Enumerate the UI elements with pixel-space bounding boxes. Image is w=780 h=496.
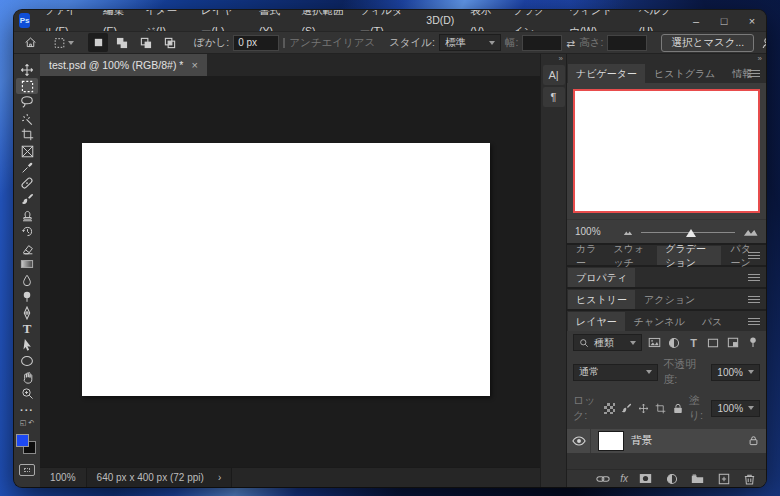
- dodge-tool-icon[interactable]: [16, 289, 38, 305]
- add-to-selection-icon[interactable]: [112, 33, 132, 52]
- zoom-in-icon[interactable]: [743, 226, 758, 237]
- filter-type-icon[interactable]: T: [686, 335, 701, 351]
- navigator-zoom-value[interactable]: 100%: [575, 226, 615, 237]
- frame-tool-icon[interactable]: [16, 143, 38, 159]
- zoom-tool-icon[interactable]: [16, 386, 38, 402]
- spot-healing-brush-tool-icon[interactable]: [16, 175, 38, 191]
- status-zoom-level[interactable]: 100%: [40, 472, 86, 483]
- photoshop-logo-icon[interactable]: Ps: [19, 13, 30, 28]
- panel-menu-icon[interactable]: [748, 252, 760, 259]
- panel-menu-icon[interactable]: [748, 318, 760, 325]
- foreground-color-swatch[interactable]: [16, 434, 29, 447]
- panel-menu-icon[interactable]: [748, 274, 760, 281]
- eyedropper-tool-icon[interactable]: [16, 159, 38, 175]
- tab-gradients[interactable]: グラデーション: [657, 246, 721, 265]
- edit-toolbar-icon[interactable]: ···: [16, 402, 38, 418]
- rectangular-marquee-tool-icon[interactable]: [16, 78, 38, 94]
- new-group-icon[interactable]: [689, 471, 706, 487]
- screen-mode-icon[interactable]: [19, 464, 35, 476]
- layer-style-icon[interactable]: fx: [620, 473, 628, 484]
- layer-thumbnail[interactable]: [598, 431, 624, 451]
- clone-stamp-tool-icon[interactable]: [16, 208, 38, 224]
- document-size-field[interactable]: 640 px x 400 px (72 ppi) ›: [86, 468, 233, 488]
- canvas[interactable]: [82, 143, 490, 396]
- tab-paths[interactable]: パス: [694, 312, 730, 331]
- ellipse-tool-icon[interactable]: [16, 353, 38, 369]
- style-dropdown[interactable]: 標準: [439, 34, 501, 51]
- tab-color[interactable]: カラー: [568, 246, 605, 265]
- status-chevron-icon[interactable]: ›: [218, 472, 221, 483]
- character-panel-icon[interactable]: A|: [543, 65, 565, 85]
- filter-smart-object-icon[interactable]: [726, 335, 741, 351]
- new-adjustment-layer-icon[interactable]: [663, 471, 680, 487]
- brush-tool-icon[interactable]: [16, 192, 38, 208]
- link-layers-icon[interactable]: [594, 471, 611, 487]
- new-selection-icon[interactable]: [88, 33, 108, 52]
- layer-name[interactable]: 背景: [631, 434, 749, 448]
- hand-tool-icon[interactable]: [16, 370, 38, 386]
- layer-row-background[interactable]: 背景: [567, 429, 766, 453]
- path-selection-tool-icon[interactable]: [16, 337, 38, 353]
- height-input[interactable]: [607, 35, 647, 51]
- pen-tool-icon[interactable]: [16, 305, 38, 321]
- zoom-out-icon[interactable]: [623, 228, 633, 236]
- tab-channels[interactable]: チャンネル: [626, 312, 693, 331]
- lasso-tool-icon[interactable]: [16, 94, 38, 110]
- tab-layers[interactable]: レイヤー: [568, 312, 625, 331]
- navigator-preview[interactable]: [573, 89, 760, 213]
- menu-3d[interactable]: 3D(D): [418, 10, 462, 31]
- lock-position-icon[interactable]: [638, 400, 650, 416]
- paragraph-panel-icon[interactable]: ¶: [543, 87, 565, 107]
- panel-menu-icon[interactable]: [748, 70, 760, 77]
- filter-adjustment-icon[interactable]: [667, 335, 682, 351]
- marquee-tool-preset-icon[interactable]: [54, 33, 74, 52]
- collapse-dock-icon[interactable]: »: [567, 54, 766, 63]
- swap-colors-icon[interactable]: ◱ ↶: [20, 418, 34, 428]
- slider-thumb[interactable]: [686, 229, 696, 237]
- account-icon[interactable]: [758, 33, 766, 52]
- panel-menu-icon[interactable]: [748, 296, 760, 303]
- lock-artboard-icon[interactable]: [655, 400, 667, 416]
- tab-actions[interactable]: アクション: [636, 290, 703, 309]
- tab-histogram[interactable]: ヒストグラム: [646, 64, 723, 83]
- filter-shape-icon[interactable]: [706, 335, 721, 351]
- tab-swatches[interactable]: スウォッチ: [606, 246, 657, 265]
- expand-dock-icon[interactable]: »: [541, 54, 566, 63]
- minimize-button[interactable]: –: [682, 10, 710, 31]
- layer-filter-dropdown[interactable]: 種類: [573, 334, 642, 351]
- subtract-from-selection-icon[interactable]: [136, 33, 156, 52]
- home-icon[interactable]: [20, 33, 40, 52]
- blend-mode-dropdown[interactable]: 通常: [573, 364, 658, 381]
- move-tool-icon[interactable]: [16, 62, 38, 78]
- swap-dimensions-icon[interactable]: ⇄: [566, 37, 575, 49]
- crop-tool-icon[interactable]: [16, 127, 38, 143]
- layer-filter-toggle[interactable]: [745, 335, 760, 351]
- intersect-selection-icon[interactable]: [160, 33, 180, 52]
- document-tab[interactable]: test.psd @ 100% (RGB/8#) * ×: [40, 54, 207, 76]
- filter-image-icon[interactable]: [647, 335, 662, 351]
- lock-pixels-icon[interactable]: [621, 400, 633, 416]
- tab-close-icon[interactable]: ×: [191, 59, 197, 71]
- tab-properties[interactable]: プロパティ: [568, 268, 635, 287]
- navigator-zoom-slider[interactable]: [641, 226, 735, 238]
- layer-locked-icon[interactable]: [749, 435, 758, 448]
- maximize-button[interactable]: □: [710, 10, 738, 31]
- history-brush-tool-icon[interactable]: [16, 224, 38, 240]
- add-mask-icon[interactable]: [637, 471, 654, 487]
- pasteboard[interactable]: [40, 76, 540, 467]
- lock-transparency-icon[interactable]: [604, 400, 616, 416]
- width-input[interactable]: [522, 35, 562, 51]
- lock-all-icon[interactable]: [672, 400, 684, 416]
- eraser-tool-icon[interactable]: [16, 240, 38, 256]
- object-selection-tool-icon[interactable]: [16, 111, 38, 127]
- gradient-tool-icon[interactable]: [16, 256, 38, 272]
- layer-visibility-toggle[interactable]: [567, 429, 591, 453]
- type-tool-icon[interactable]: T: [16, 321, 38, 337]
- new-layer-icon[interactable]: [715, 471, 732, 487]
- select-and-mask-button[interactable]: 選択とマスク...: [661, 34, 754, 52]
- antialias-checkbox[interactable]: [283, 38, 285, 48]
- opacity-dropdown[interactable]: 100%: [711, 364, 760, 381]
- delete-layer-icon[interactable]: [741, 471, 758, 487]
- blur-tool-icon[interactable]: [16, 272, 38, 288]
- feather-input[interactable]: [233, 35, 279, 51]
